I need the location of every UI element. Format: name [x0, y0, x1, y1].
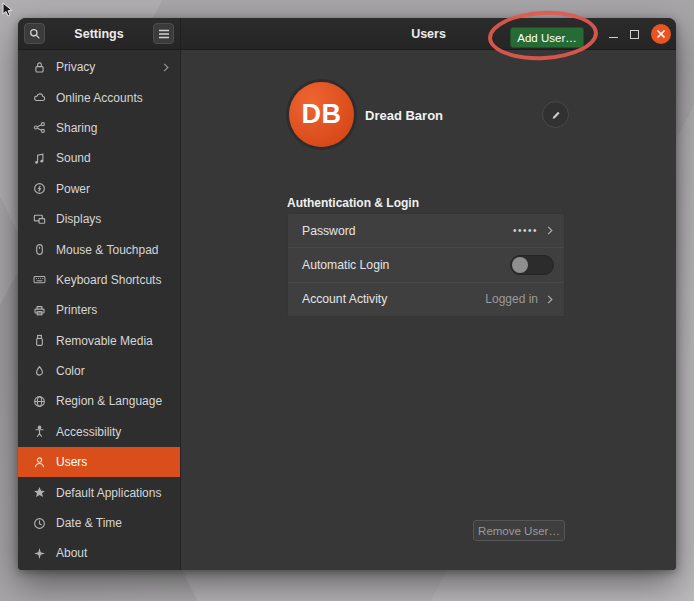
section-title: Authentication & Login: [287, 196, 419, 210]
sidebar: Privacy Online Accounts Sharing Sound: [18, 50, 181, 570]
toggle-knob: [512, 257, 528, 273]
remove-user-button[interactable]: Remove User…: [473, 520, 565, 541]
music-note-icon: [31, 150, 47, 166]
mouse-cursor: [2, 2, 15, 18]
sidebar-item-accessibility[interactable]: Accessibility: [18, 417, 180, 447]
sidebar-item-privacy[interactable]: Privacy: [18, 52, 180, 82]
maximize-button[interactable]: [630, 30, 639, 39]
sidebar-item-removable-media[interactable]: Removable Media: [18, 326, 180, 356]
sidebar-item-label: Users: [56, 455, 87, 469]
sidebar-item-label: Power: [56, 182, 90, 196]
color-drop-icon: [31, 363, 47, 379]
chevron-right-icon: [546, 225, 554, 236]
automatic-login-row: Automatic Login: [288, 247, 564, 281]
clock-icon: [31, 515, 47, 531]
sidebar-item-color[interactable]: Color: [18, 356, 180, 386]
sidebar-item-label: About: [56, 546, 87, 560]
sidebar-item-label: Accessibility: [56, 425, 121, 439]
sidebar-item-about[interactable]: About: [18, 538, 180, 568]
sidebar-item-label: Keyboard Shortcuts: [56, 273, 161, 287]
window-controls: [609, 18, 671, 50]
cloud-icon: [31, 90, 47, 106]
users-panel: DB Dread Baron Authentication & Login Pa…: [181, 50, 676, 570]
sidebar-item-label: Sound: [56, 151, 91, 165]
sidebar-item-label: Sharing: [56, 121, 97, 135]
menu-button[interactable]: [153, 23, 174, 44]
search-button[interactable]: [24, 23, 45, 44]
settings-window: Settings Users Add User…: [18, 18, 676, 570]
account-activity-label: Account Activity: [302, 292, 387, 306]
automatic-login-label: Automatic Login: [302, 258, 389, 272]
sidebar-item-region-language[interactable]: Region & Language: [18, 386, 180, 416]
sidebar-item-displays[interactable]: Displays: [18, 204, 180, 234]
pencil-icon: [550, 109, 562, 121]
password-value: •••••: [513, 225, 538, 236]
password-label: Password: [302, 224, 356, 238]
sparkle-icon: [31, 545, 47, 561]
sidebar-item-printers[interactable]: Printers: [18, 295, 180, 325]
sidebar-item-sound[interactable]: Sound: [18, 143, 180, 173]
sidebar-item-sharing[interactable]: Sharing: [18, 113, 180, 143]
sidebar-item-label: Date & Time: [56, 516, 122, 530]
sidebar-item-label: Color: [56, 364, 85, 378]
user-icon: [31, 454, 47, 470]
sidebar-item-users[interactable]: Users: [18, 447, 180, 477]
automatic-login-toggle[interactable]: [510, 255, 554, 275]
share-icon: [31, 120, 47, 136]
desktop: Settings Users Add User…: [0, 0, 694, 601]
display-icon: [31, 211, 47, 227]
sidebar-item-label: Default Applications: [56, 486, 161, 500]
password-row[interactable]: Password •••••: [288, 214, 564, 247]
hamburger-icon: [158, 29, 170, 39]
sidebar-item-label: Mouse & Touchpad: [56, 243, 159, 257]
star-icon: [31, 485, 47, 501]
titlebar: Settings Users Add User…: [18, 18, 676, 50]
lock-icon: [31, 59, 47, 75]
sidebar-item-online-accounts[interactable]: Online Accounts: [18, 82, 180, 112]
avatar[interactable]: DB: [289, 82, 354, 147]
printer-icon: [31, 302, 47, 318]
titlebar-right: Users Add User…: [181, 18, 676, 49]
sidebar-item-label: Region & Language: [56, 394, 162, 408]
authentication-card: Password ••••• Automatic Login Acc: [287, 213, 565, 317]
minimize-button[interactable]: [609, 31, 618, 38]
close-button[interactable]: [651, 24, 671, 44]
flash-drive-icon: [31, 333, 47, 349]
user-full-name: Dread Baron: [365, 108, 443, 123]
sidebar-item-label: Printers: [56, 303, 97, 317]
account-activity-value: Logged in: [485, 292, 538, 306]
sidebar-item-date-time[interactable]: Date & Time: [18, 508, 180, 538]
accessibility-icon: [31, 424, 47, 440]
sidebar-item-default-applications[interactable]: Default Applications: [18, 477, 180, 507]
chevron-right-icon: [162, 62, 170, 73]
keyboard-icon: [31, 272, 47, 288]
sidebar-item-mouse-touchpad[interactable]: Mouse & Touchpad: [18, 234, 180, 264]
sidebar-item-label: Displays: [56, 212, 101, 226]
window-body: Privacy Online Accounts Sharing Sound: [18, 50, 676, 570]
mouse-icon: [31, 242, 47, 258]
close-icon: [656, 29, 666, 39]
app-title: Settings: [74, 27, 123, 41]
sidebar-item-keyboard-shortcuts[interactable]: Keyboard Shortcuts: [18, 265, 180, 295]
titlebar-left: Settings: [18, 18, 181, 49]
account-activity-row[interactable]: Account Activity Logged in: [288, 282, 564, 316]
search-icon: [28, 27, 42, 41]
sidebar-item-label: Privacy: [56, 60, 95, 74]
minimize-icon: [609, 37, 618, 38]
sidebar-item-label: Removable Media: [56, 334, 153, 348]
add-user-button[interactable]: Add User…: [510, 27, 584, 48]
power-bolt-icon: [31, 181, 47, 197]
page-title: Users: [411, 27, 446, 41]
sidebar-item-label: Online Accounts: [56, 91, 143, 105]
edit-name-button[interactable]: [542, 101, 569, 128]
chevron-right-icon: [546, 294, 554, 305]
globe-icon: [31, 393, 47, 409]
sidebar-item-power[interactable]: Power: [18, 174, 180, 204]
maximize-icon: [630, 30, 639, 39]
